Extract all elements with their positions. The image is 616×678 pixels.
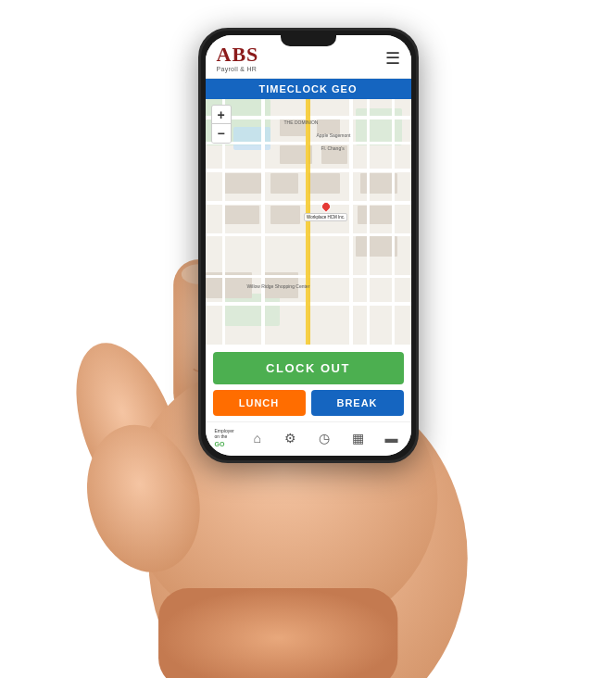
map-pin-label: Workplace HCM Inc. bbox=[304, 213, 347, 221]
brand-go: GO bbox=[215, 440, 234, 448]
map-zoom-controls[interactable]: + − bbox=[211, 105, 232, 144]
scene: ABS Payroll & HR ☰ TIMECLOCK GEO bbox=[0, 0, 616, 678]
action-row: LUNCH BREAK bbox=[213, 390, 404, 416]
employer-on-the-go-logo: Employer on the GO bbox=[215, 428, 234, 448]
map-label-3: Fl. Chang's bbox=[321, 145, 345, 151]
map-area: THE DOMINION Apple Sagemont Fl. Chang's … bbox=[206, 99, 411, 345]
phone-screen: ABS Payroll & HR ☰ TIMECLOCK GEO bbox=[206, 35, 411, 456]
zoom-out-button[interactable]: − bbox=[212, 124, 231, 143]
logo-sub: Payroll & HR bbox=[217, 66, 258, 72]
lunch-button[interactable]: LUNCH bbox=[213, 390, 306, 416]
title-text: TIMECLOCK GEO bbox=[259, 83, 358, 94]
svg-rect-7 bbox=[158, 588, 397, 678]
map-label-2: Apple Sagemont bbox=[317, 132, 351, 138]
map-pin: Workplace HCM Inc. bbox=[304, 202, 347, 221]
map-label-shopping: Willow Ridge Shopping Center bbox=[247, 283, 310, 289]
title-bar: TIMECLOCK GEO bbox=[206, 79, 411, 99]
phone: ABS Payroll & HR ☰ TIMECLOCK GEO bbox=[198, 28, 419, 463]
calendar-nav-icon[interactable]: ▦ bbox=[347, 428, 368, 448]
logo-text: ABS bbox=[217, 44, 259, 65]
wallet-nav-icon[interactable]: ▬ bbox=[381, 428, 401, 448]
bottom-nav: Employer on the GO ⌂ ⚙ ◷ ▦ ▬ bbox=[206, 421, 411, 456]
zoom-in-button[interactable]: + bbox=[212, 106, 231, 124]
hamburger-icon[interactable]: ☰ bbox=[385, 48, 400, 69]
buttons-area: CLOCK OUT LUNCH BREAK bbox=[206, 345, 411, 421]
phone-notch bbox=[281, 33, 336, 46]
break-button[interactable]: BREAK bbox=[311, 390, 404, 416]
clock-out-button[interactable]: CLOCK OUT bbox=[213, 352, 404, 384]
map-pin-dot bbox=[320, 200, 333, 213]
abs-logo: ABS Payroll & HR bbox=[217, 44, 259, 72]
map-label-1: THE DOMINION bbox=[284, 119, 319, 125]
map-background: THE DOMINION Apple Sagemont Fl. Chang's … bbox=[206, 99, 411, 345]
clock-nav-icon[interactable]: ◷ bbox=[314, 428, 334, 448]
home-nav-icon[interactable]: ⌂ bbox=[247, 428, 268, 448]
settings-nav-icon[interactable]: ⚙ bbox=[281, 428, 301, 448]
